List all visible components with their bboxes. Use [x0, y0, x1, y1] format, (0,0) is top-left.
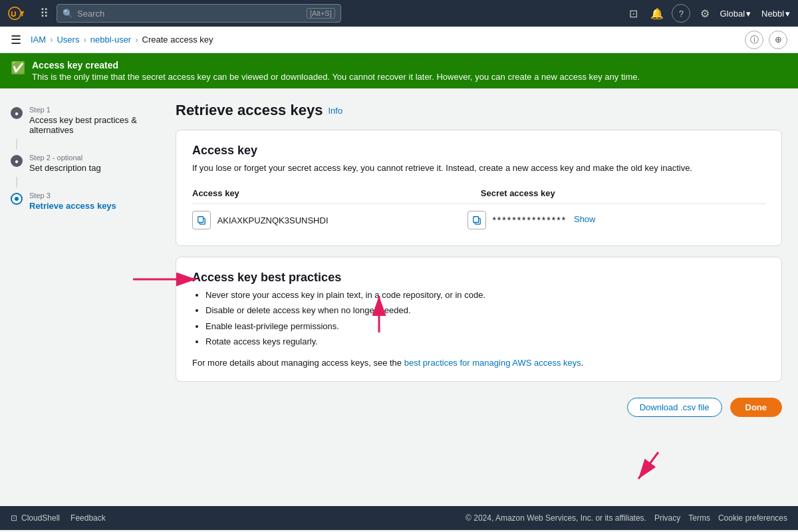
secret-key-cell: *************** Show	[467, 203, 765, 232]
terminal-icon[interactable]: ⊡	[624, 4, 642, 23]
search-icon: 🔍	[63, 9, 73, 19]
breadcrumb-current: Create access key	[142, 35, 213, 45]
step-2-title: Set description tag	[29, 163, 149, 173]
svg-rect-3	[473, 216, 479, 222]
step-1-item[interactable]: ● Step 1 Access key best practices & alt…	[0, 102, 160, 139]
aws-logo[interactable]	[8, 7, 29, 20]
banner-text: Access key created This is the only time…	[32, 60, 640, 82]
step-2-content: Step 2 - optional Set description tag	[29, 154, 149, 173]
footer: ⊡ CloudShell Feedback © 2024, Amazon Web…	[0, 506, 798, 530]
terms-link[interactable]: Terms	[688, 513, 710, 523]
hamburger-button[interactable]: ☰	[11, 33, 21, 47]
step-2-indicator: ●	[11, 155, 23, 167]
search-bar[interactable]: 🔍 [Alt+S]	[57, 4, 341, 23]
footer-left: ⊡ CloudShell Feedback	[11, 513, 106, 523]
bp-item-2: Disable or delete access key when no lon…	[205, 304, 765, 317]
settings-circle-icon[interactable]: ⊕	[769, 31, 787, 49]
action-row: Download .csv file Done	[176, 392, 782, 420]
done-button[interactable]: Done	[730, 398, 783, 417]
breadcrumb-users[interactable]: Users	[57, 35, 79, 45]
terminal-footer-icon: ⊡	[11, 513, 17, 523]
top-navigation: ⠿ 🔍 [Alt+S] ⊡ 🔔 ? ⚙ Global ▾ Nebbl ▾	[0, 0, 798, 27]
search-input[interactable]	[77, 9, 303, 19]
step-1-label: Step 1	[29, 106, 149, 114]
region-selector[interactable]: Global ▾	[720, 9, 751, 19]
svg-rect-1	[198, 216, 203, 222]
col-access-key-header: Access key	[192, 184, 467, 204]
access-key-card-title: Access key	[192, 144, 765, 158]
show-secret-key-link[interactable]: Show	[574, 214, 596, 224]
cloudshell-label: CloudShell	[21, 513, 60, 523]
copy-access-key-button[interactable]	[192, 211, 211, 229]
bell-icon[interactable]: 🔔	[648, 4, 666, 23]
info-link[interactable]: Info	[328, 106, 342, 116]
breadcrumb-sep-2: ›	[83, 35, 86, 45]
page-title-row: Retrieve access keys Info	[176, 102, 782, 119]
grid-icon[interactable]: ⠿	[37, 3, 51, 23]
bp-item-3: Enable least-privilege permissions.	[205, 320, 765, 333]
feedback-link[interactable]: Feedback	[70, 513, 106, 523]
step-1-title: Access key best practices & alternatives	[29, 115, 149, 135]
bp-note-link[interactable]: best practices for managing AWS access k…	[404, 358, 581, 368]
bp-note-prefix: For more details about managing access k…	[192, 358, 404, 368]
best-practices-list: Never store your access key in plain tex…	[192, 289, 765, 348]
download-csv-button[interactable]: Download .csv file	[627, 398, 722, 417]
step-connector-1	[16, 139, 17, 150]
step-connector-2	[16, 177, 17, 188]
step-2-item[interactable]: ● Step 2 - optional Set description tag	[0, 150, 160, 177]
step-3-item[interactable]: Step 3 Retrieve access keys	[0, 188, 160, 215]
main-layout: ● Step 1 Access key best practices & alt…	[0, 88, 798, 506]
cloudshell-button[interactable]: ⊡ CloudShell	[11, 513, 60, 523]
breadcrumb-sep-1: ›	[50, 35, 53, 45]
banner-title: Access key created	[32, 60, 640, 70]
step-1-content: Step 1 Access key best practices & alter…	[29, 106, 149, 135]
access-key-card-desc: If you lose or forget your secret access…	[192, 162, 765, 175]
access-key-card: Access key If you lose or forget your se…	[176, 130, 782, 246]
help-icon[interactable]: ?	[672, 4, 690, 23]
copyright-text: © 2024, Amazon Web Services, Inc. or its…	[466, 513, 646, 523]
breadcrumb-sep-3: ›	[135, 35, 138, 45]
cookie-link[interactable]: Cookie preferences	[718, 513, 787, 523]
bp-note-suffix: .	[581, 358, 584, 368]
footer-right: © 2024, Amazon Web Services, Inc. or its…	[466, 513, 787, 523]
success-banner: ✅ Access key created This is the only ti…	[0, 53, 798, 88]
step-3-content: Step 3 Retrieve access keys	[29, 192, 149, 211]
secret-key-masked: ***************	[492, 215, 567, 225]
bp-item-4: Rotate access keys regularly.	[205, 335, 765, 348]
breadcrumb-bar: ☰ IAM › Users › nebbl-user › Create acce…	[0, 27, 798, 53]
step-3-indicator	[11, 193, 23, 205]
settings-icon[interactable]: ⚙	[696, 4, 714, 23]
search-shortcut: [Alt+S]	[307, 8, 335, 19]
privacy-link[interactable]: Privacy	[654, 513, 680, 523]
access-key-cell: AKIAXKPUZNQK3SUNSHDI	[192, 203, 467, 232]
keys-table: Access key Secret access key	[192, 184, 765, 232]
content-area: Retrieve access keys Info Access key If …	[160, 88, 798, 506]
best-practices-card: Access key best practices Never store yo…	[176, 257, 782, 382]
step-3-title: Retrieve access keys	[29, 201, 149, 211]
user-menu[interactable]: Nebbl ▾	[761, 9, 790, 19]
info-circle-icon[interactable]: ⓘ	[745, 31, 763, 49]
check-circle-icon: ✅	[11, 61, 25, 75]
access-key-value: AKIAXKPUZNQK3SUNSHDI	[217, 215, 329, 225]
col-secret-key-header: Secret access key	[467, 184, 765, 204]
step-2-label: Step 2 - optional	[29, 154, 149, 162]
copy-secret-key-button[interactable]	[467, 211, 486, 229]
bp-item-1: Never store your access key in plain tex…	[205, 289, 765, 302]
breadcrumb-user[interactable]: nebbl-user	[90, 35, 131, 45]
page-title: Retrieve access keys	[176, 102, 323, 119]
sidebar: ● Step 1 Access key best practices & alt…	[0, 88, 160, 506]
breadcrumb-iam[interactable]: IAM	[31, 35, 46, 45]
best-practices-title: Access key best practices	[192, 271, 765, 285]
step-3-label: Step 3	[29, 192, 149, 200]
step-1-indicator: ●	[11, 107, 23, 119]
banner-message: This is the only time that the secret ac…	[32, 72, 640, 82]
best-practices-note: For more details about managing access k…	[192, 358, 765, 368]
